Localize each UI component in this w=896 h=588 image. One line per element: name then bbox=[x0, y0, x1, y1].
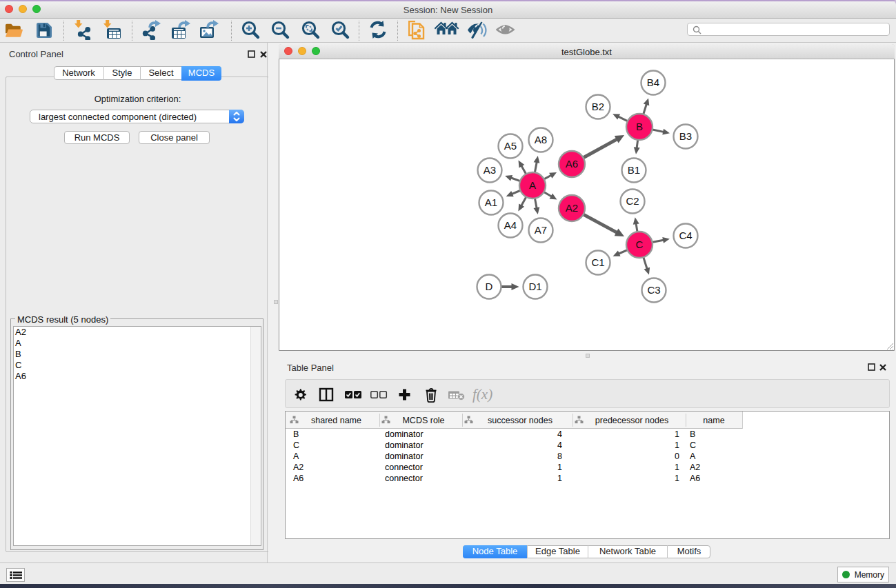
svg-text:C: C bbox=[636, 239, 644, 250]
svg-text:D1: D1 bbox=[528, 281, 541, 292]
svg-text:A8: A8 bbox=[535, 134, 547, 145]
svg-text:C3: C3 bbox=[647, 284, 660, 296]
svg-text:C4: C4 bbox=[679, 230, 692, 241]
svg-text:A5: A5 bbox=[504, 140, 517, 152]
svg-text:A: A bbox=[529, 179, 536, 191]
svg-text:C2: C2 bbox=[626, 195, 639, 207]
svg-text:B2: B2 bbox=[592, 101, 604, 112]
svg-text:A3: A3 bbox=[484, 164, 496, 176]
svg-text:A1: A1 bbox=[485, 196, 497, 208]
svg-text:A4: A4 bbox=[504, 219, 517, 231]
svg-text:A2: A2 bbox=[566, 202, 578, 214]
svg-text:A6: A6 bbox=[566, 158, 578, 170]
svg-text:B4: B4 bbox=[647, 77, 659, 88]
svg-text:B3: B3 bbox=[679, 130, 692, 142]
svg-text:C1: C1 bbox=[591, 256, 604, 268]
svg-text:B1: B1 bbox=[628, 164, 640, 176]
svg-text:B: B bbox=[636, 121, 643, 132]
svg-text:D: D bbox=[486, 281, 493, 292]
svg-text:A7: A7 bbox=[535, 224, 547, 236]
